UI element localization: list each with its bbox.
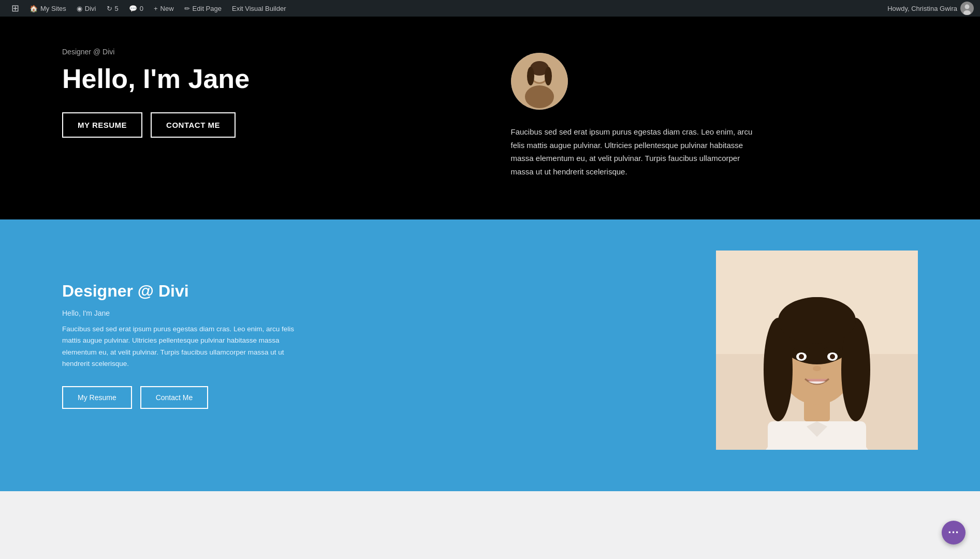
hero-section: Designer @ Divi Hello, I'm Jane MY RESUM… bbox=[0, 17, 980, 219]
admin-bar-items: ⊞ 🏠 My Sites ◉ Divi ↻ 5 💬 0 + New ✏ Edit… bbox=[6, 0, 887, 17]
blue-right bbox=[716, 251, 918, 450]
admin-bar-right: Howdy, Christina Gwira bbox=[887, 2, 974, 15]
blue-contact-button[interactable]: Contact Me bbox=[140, 386, 209, 409]
new-content-menu[interactable]: + New bbox=[149, 0, 179, 17]
updates-menu[interactable]: ↻ 5 bbox=[101, 0, 124, 17]
my-sites-label: My Sites bbox=[40, 5, 66, 12]
svg-point-23 bbox=[813, 366, 821, 371]
exit-builder-label: Exit Visual Builder bbox=[232, 5, 286, 12]
hero-subtitle: Designer @ Divi bbox=[62, 48, 470, 56]
avatar-svg bbox=[511, 53, 568, 110]
house-icon: 🏠 bbox=[30, 5, 38, 12]
exit-builder-button[interactable]: Exit Visual Builder bbox=[227, 0, 291, 17]
svg-point-9 bbox=[545, 67, 552, 85]
comments-menu[interactable]: 💬 0 bbox=[124, 0, 149, 17]
svg-point-5 bbox=[525, 85, 554, 108]
blue-resume-button[interactable]: My Resume bbox=[62, 386, 132, 409]
my-resume-button[interactable]: MY RESUME bbox=[62, 112, 142, 138]
blue-section: Designer @ Divi Hello, I'm Jane Faucibus… bbox=[0, 219, 980, 491]
svg-point-22 bbox=[830, 354, 835, 359]
profile-photo-svg bbox=[716, 251, 918, 450]
hero-avatar bbox=[511, 53, 568, 110]
edit-page-label: Edit Page bbox=[193, 5, 222, 12]
new-label: New bbox=[160, 5, 174, 12]
wordpress-icon: ⊞ bbox=[11, 3, 19, 14]
pencil-icon: ✏ bbox=[184, 5, 190, 12]
edit-page-button[interactable]: ✏ Edit Page bbox=[179, 0, 227, 17]
avatar-image bbox=[960, 2, 974, 15]
profile-photo bbox=[716, 251, 918, 450]
page-wrapper: Designer @ Divi Hello, I'm Jane MY RESUM… bbox=[0, 17, 980, 491]
hero-buttons: MY RESUME CONTACT ME bbox=[62, 112, 470, 138]
hero-bio: Faucibus sed sed erat ipsum purus egesta… bbox=[511, 125, 759, 178]
blue-section-name: Hello, I'm Jane bbox=[62, 309, 675, 317]
comments-count: 0 bbox=[140, 5, 143, 12]
svg-point-21 bbox=[799, 354, 804, 359]
plus-icon: + bbox=[154, 5, 158, 12]
hero-right: Faucibus sed sed erat ipsum purus egesta… bbox=[511, 48, 918, 178]
user-avatar[interactable] bbox=[960, 2, 974, 15]
my-sites-menu[interactable]: 🏠 My Sites bbox=[24, 0, 71, 17]
svg-point-8 bbox=[527, 67, 534, 85]
divi-icon: ◉ bbox=[77, 5, 82, 12]
contact-me-button[interactable]: CONTACT ME bbox=[151, 112, 236, 138]
hero-left: Designer @ Divi Hello, I'm Jane MY RESUM… bbox=[62, 48, 511, 138]
divi-label: Divi bbox=[85, 5, 96, 12]
blue-buttons: My Resume Contact Me bbox=[62, 386, 675, 409]
comments-icon: 💬 bbox=[129, 5, 137, 12]
divi-menu[interactable]: ◉ Divi bbox=[71, 0, 101, 17]
updates-count: 5 bbox=[115, 5, 119, 12]
admin-bar: ⊞ 🏠 My Sites ◉ Divi ↻ 5 💬 0 + New ✏ Edit… bbox=[0, 0, 980, 17]
blue-section-title: Designer @ Divi bbox=[62, 282, 675, 301]
wordpress-logo[interactable]: ⊞ bbox=[6, 0, 24, 17]
updates-icon: ↻ bbox=[107, 5, 112, 12]
hero-title: Hello, I'm Jane bbox=[62, 64, 470, 94]
howdy-text: Howdy, Christina Gwira bbox=[887, 5, 957, 12]
svg-point-1 bbox=[965, 5, 970, 9]
blue-section-bio: Faucibus sed sed erat ipsum purus egesta… bbox=[62, 323, 300, 370]
svg-point-18 bbox=[778, 297, 856, 344]
blue-left: Designer @ Divi Hello, I'm Jane Faucibus… bbox=[62, 251, 716, 409]
